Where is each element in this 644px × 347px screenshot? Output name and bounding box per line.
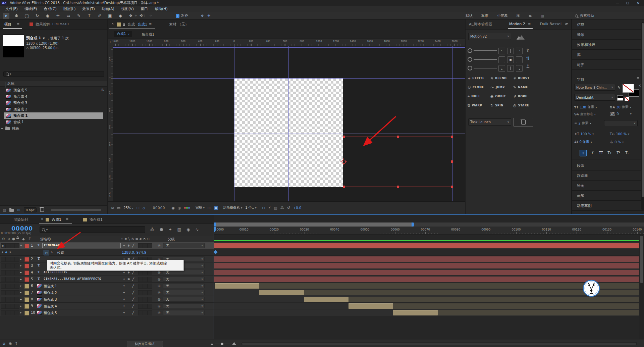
layer-bar[interactable]	[214, 256, 644, 262]
switch-cell[interactable]	[143, 284, 148, 289]
expand-arrow-icon[interactable]: ►	[1, 127, 3, 130]
switch-cell[interactable]	[143, 304, 148, 309]
parent-pickwhip-icon[interactable]: ◎	[158, 244, 161, 247]
flowchart-button-icon[interactable]: ⁂	[280, 206, 284, 210]
shy-switch[interactable]: ✦	[123, 311, 125, 314]
workspace-tab-默认[interactable]: 默认	[466, 13, 473, 18]
toolbar-extra-icon[interactable]: ❖	[201, 14, 204, 18]
mask-visibility-icon[interactable]: ◇	[143, 206, 145, 210]
project-item-row[interactable]: 预合成 5品	[0, 87, 107, 93]
tab-overflow-icon[interactable]: ≫	[565, 22, 568, 26]
layer-row[interactable]: ►8预合成 3✦╱◎无∨	[0, 296, 214, 303]
task-launch-dropdown[interactable]: Task Launch∨	[468, 118, 511, 126]
layer-name[interactable]: 预合成 5	[44, 311, 57, 315]
roto-brush-tool[interactable]: ❖	[127, 13, 134, 19]
project-hscrollbar[interactable]	[51, 209, 101, 211]
pan-behind-tool[interactable]: ✛	[55, 13, 61, 19]
menu-item[interactable]: 效果(T)	[79, 6, 98, 11]
timeline-button-icon[interactable]: ▤	[274, 206, 277, 210]
tab-script-manager[interactable]: AE脚本管理器	[469, 22, 492, 27]
panel-header-画笔[interactable]: 画笔	[572, 191, 644, 201]
motion-slider[interactable]	[468, 48, 498, 52]
anchor-grid-button[interactable]: │	[507, 65, 514, 72]
anchor-grid-button[interactable]: ⌞	[498, 65, 505, 72]
anchor-grid-button[interactable]: ⌟	[516, 65, 523, 72]
guide-line[interactable]	[234, 46, 234, 201]
panel-header-段落[interactable]: 段落	[572, 160, 644, 170]
all-caps-button[interactable]: TT	[598, 150, 604, 156]
graph-icon[interactable]: ∿	[50, 250, 53, 254]
chevron-down-icon[interactable]: ▾	[591, 141, 592, 144]
expand-arrow-icon[interactable]: ►	[20, 298, 22, 301]
menu-item[interactable]: 动画(A)	[98, 6, 118, 11]
keyframe-icon[interactable]: ◆	[5, 250, 7, 254]
workspace-bar-icon[interactable]: ▥	[541, 14, 544, 18]
clone-stamp-tool[interactable]: ▣	[107, 13, 113, 19]
default-swatches-icon[interactable]	[617, 95, 623, 101]
switch-cell[interactable]	[143, 243, 148, 248]
tab-effect-controls[interactable]: 效果控件	[36, 22, 50, 27]
draft-3d-icon[interactable]: ⬢	[160, 227, 163, 232]
selection-handle[interactable]	[343, 136, 345, 138]
quality-slash-switch[interactable]: ╱	[132, 304, 134, 308]
layer-color-chip[interactable]	[24, 257, 29, 262]
audio-switch[interactable]	[5, 284, 10, 289]
selection-handle[interactable]	[343, 186, 345, 188]
scroll-thumb[interactable]	[640, 236, 643, 283]
subscript-button[interactable]: T₁	[624, 150, 630, 156]
motion-button-rope[interactable]: ⇗ROPE	[513, 93, 535, 99]
switch-cell[interactable]	[138, 243, 143, 248]
anchor-grid-button[interactable]: ⌜	[498, 48, 505, 54]
horizontal-ruler[interactable]: 1400120010008006004002000200400600800100…	[113, 39, 465, 46]
exposure-value[interactable]: +0.0	[293, 206, 301, 210]
workspace-tab-小屏幕[interactable]: 小屏幕	[497, 13, 508, 18]
baseline-value[interactable]: 0 像素	[580, 140, 590, 144]
shy-switch[interactable]: ✦	[123, 298, 125, 301]
panel-header-信息[interactable]: 信息	[572, 19, 644, 30]
superscript-button[interactable]: T¹	[615, 150, 622, 156]
panel-scrollbar[interactable]	[641, 22, 644, 210]
layer-row[interactable]: ►7预合成 2✦╱◎无∨	[0, 289, 214, 296]
parent-pickwhip-icon[interactable]: ◎	[158, 311, 161, 314]
slider-knob[interactable]	[468, 48, 472, 53]
lock-switch[interactable]	[15, 304, 19, 309]
layer-row[interactable]: ⊙▼1TCINEMA4D✦✱╱◎无∨	[0, 242, 214, 249]
exposure-reset-icon[interactable]: ↺	[287, 206, 290, 210]
layer-color-chip[interactable]	[24, 291, 29, 295]
lock-switch[interactable]	[15, 277, 19, 282]
layer-color-chip[interactable]	[24, 277, 29, 282]
video-switch[interactable]	[1, 304, 5, 309]
shy-switch[interactable]: ✦	[123, 304, 125, 308]
anchor-grid-button[interactable]: −	[498, 56, 505, 63]
audio-switch[interactable]	[5, 310, 10, 315]
video-switch[interactable]	[1, 284, 5, 289]
menu-item[interactable]: 帮助(H)	[151, 6, 171, 11]
selection-tool[interactable]: ➤	[3, 13, 9, 19]
guide-line[interactable]	[452, 46, 452, 201]
panel-menu-icon[interactable]: ≡	[637, 76, 639, 80]
camera-tool[interactable]: ◉	[44, 13, 51, 19]
layer-color-chip[interactable]	[24, 264, 29, 268]
selection-handle[interactable]	[451, 160, 453, 163]
quality-slash-switch[interactable]: ╱	[132, 270, 134, 274]
layer-bar[interactable]	[259, 290, 304, 295]
switch-cell[interactable]	[138, 270, 143, 275]
guide-line[interactable]	[113, 134, 465, 134]
shy-switch[interactable]: ✦	[123, 278, 125, 281]
crumb-current[interactable]: 合成1	[117, 32, 126, 36]
snapshot-icon[interactable]: ◉	[171, 206, 175, 210]
toolbar-extra-icon[interactable]: ✚	[207, 14, 210, 18]
video-switch[interactable]	[1, 290, 5, 295]
selection-handle[interactable]	[451, 136, 453, 138]
interpret-foot-icon[interactable]: ▤	[3, 208, 6, 212]
motion-button-blend[interactable]: ≋BLEND	[490, 75, 512, 81]
audio-switch[interactable]	[5, 263, 10, 268]
menu-item[interactable]: 图层(L)	[60, 6, 79, 11]
stroke-style-dropdown[interactable]: ∨	[604, 120, 638, 126]
project-depth-button[interactable]: 8 bpc	[24, 207, 37, 212]
panel-header-音频[interactable]: 音频	[572, 30, 644, 40]
column-name-header[interactable]: 名称	[7, 82, 14, 86]
active-camera-dropdown[interactable]: 活动摄像机 ▾	[223, 205, 242, 210]
expand-arrow-icon[interactable]: ►	[20, 305, 22, 307]
lock-switch[interactable]	[15, 310, 19, 315]
